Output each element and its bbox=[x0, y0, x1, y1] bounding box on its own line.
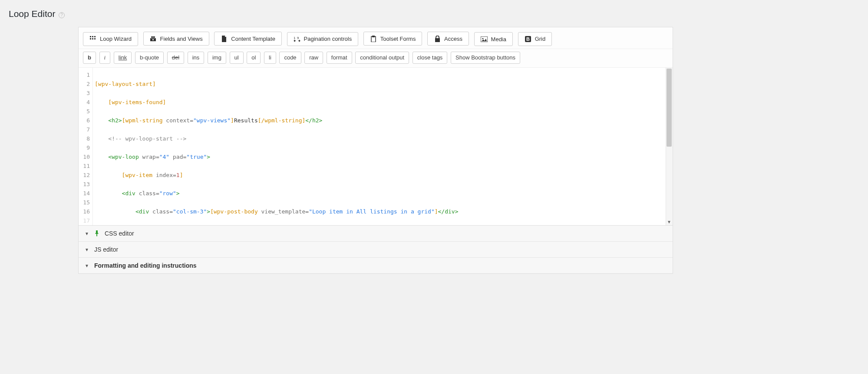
media-button[interactable]: Media bbox=[474, 32, 513, 46]
show-bootstrap-buttons-button[interactable]: Show Bootstrap buttons bbox=[451, 52, 520, 64]
code-editor[interactable]: 1 2 3 4 5 6 7 8 9 10 11 12 13 14 15 16 1… bbox=[79, 68, 673, 225]
chevron-down-icon: ▼ bbox=[85, 263, 89, 268]
code-button[interactable]: code bbox=[279, 52, 301, 64]
ul-button[interactable]: ul bbox=[230, 52, 244, 64]
conditional-output-button[interactable]: conditional output bbox=[355, 52, 409, 64]
svg-rect-4 bbox=[92, 38, 93, 39]
svg-rect-10 bbox=[372, 36, 375, 37]
raw-button[interactable]: raw bbox=[304, 52, 323, 64]
scroll-thumb[interactable] bbox=[667, 69, 672, 147]
toolbar-format: b i link b-quote del ins img ul ol li co… bbox=[79, 49, 673, 68]
chevron-down-icon: ▼ bbox=[85, 247, 89, 252]
ins-button[interactable]: ins bbox=[188, 52, 205, 64]
link-button[interactable]: link bbox=[114, 52, 132, 64]
help-icon[interactable]: ? bbox=[59, 12, 65, 18]
bquote-button[interactable]: b-quote bbox=[135, 52, 164, 64]
lock-icon bbox=[434, 35, 441, 42]
button-label: Content Template bbox=[231, 36, 275, 42]
ol-button[interactable]: ol bbox=[247, 52, 261, 64]
svg-rect-3 bbox=[90, 38, 91, 39]
button-label: Loop Wizard bbox=[100, 36, 132, 42]
svg-text:9: 9 bbox=[297, 36, 299, 40]
access-button[interactable]: Access bbox=[427, 32, 469, 46]
content-template-button[interactable]: Content Template bbox=[214, 32, 282, 46]
button-label: Pagination controls bbox=[304, 36, 352, 42]
toolbar-main: Loop Wizard Fields and Views Content Tem… bbox=[79, 27, 673, 49]
svg-rect-5 bbox=[94, 38, 96, 39]
svg-rect-1 bbox=[92, 36, 93, 37]
loop-wizard-button[interactable]: Loop Wizard bbox=[83, 32, 138, 46]
section-label: Formatting and editing instructions bbox=[94, 262, 197, 269]
svg-text:B: B bbox=[526, 36, 530, 42]
button-label: Fields and Views bbox=[160, 36, 203, 42]
section-label: CSS editor bbox=[105, 230, 134, 237]
format-button[interactable]: format bbox=[327, 52, 352, 64]
formatting-instructions-section[interactable]: ▼ Formatting and editing instructions bbox=[79, 258, 673, 273]
js-editor-section[interactable]: ▼ JS editor bbox=[79, 242, 673, 258]
bold-button[interactable]: b bbox=[83, 52, 96, 64]
grid-dots-icon bbox=[89, 36, 96, 43]
page-title: Loop Editor bbox=[9, 9, 55, 19]
button-label: Media bbox=[491, 36, 506, 43]
fields-and-views-button[interactable]: Fields and Views bbox=[143, 32, 209, 46]
svg-text:1: 1 bbox=[294, 36, 296, 40]
button-label: Toolset Forms bbox=[380, 36, 416, 42]
page-title-row: Loop Editor ? bbox=[9, 9, 673, 19]
pagination-controls-button[interactable]: 19 Pagination controls bbox=[287, 32, 359, 46]
css-editor-section[interactable]: ▼ CSS editor bbox=[79, 226, 673, 242]
clipboard-icon bbox=[370, 35, 377, 42]
svg-point-13 bbox=[482, 38, 483, 39]
img-button[interactable]: img bbox=[208, 52, 226, 64]
svg-rect-12 bbox=[481, 36, 488, 42]
bootstrap-icon: B bbox=[525, 36, 531, 43]
svg-rect-2 bbox=[94, 36, 96, 37]
accordion-group: ▼ CSS editor ▼ JS editor ▼ Formatting an… bbox=[79, 225, 673, 273]
button-label: Grid bbox=[535, 36, 546, 42]
del-button[interactable]: del bbox=[167, 52, 184, 64]
section-label: JS editor bbox=[94, 246, 118, 253]
scroll-down-icon[interactable]: ▼ bbox=[666, 218, 673, 225]
svg-rect-0 bbox=[90, 36, 91, 37]
code-body[interactable]: [wpv-layout-start] [wpv-items-found] <h2… bbox=[93, 68, 673, 219]
pagination-icon: 19 bbox=[294, 36, 300, 43]
toolset-forms-button[interactable]: Toolset Forms bbox=[363, 32, 422, 46]
views-icon bbox=[150, 35, 157, 42]
italic-button[interactable]: i bbox=[99, 52, 111, 64]
scrollbar[interactable]: ▼ bbox=[666, 68, 673, 225]
line-gutter: 1 2 3 4 5 6 7 8 9 10 11 12 13 14 15 16 1… bbox=[79, 68, 93, 225]
grid-button[interactable]: B Grid bbox=[518, 32, 552, 46]
document-icon bbox=[221, 35, 228, 42]
svg-point-6 bbox=[152, 39, 154, 40]
svg-rect-11 bbox=[435, 38, 440, 42]
image-icon bbox=[481, 36, 488, 43]
button-label: Access bbox=[444, 36, 462, 42]
li-button[interactable]: li bbox=[264, 52, 276, 64]
pin-icon bbox=[94, 230, 99, 236]
chevron-down-icon: ▼ bbox=[85, 231, 89, 236]
loop-editor-panel: Loop Wizard Fields and Views Content Tem… bbox=[78, 27, 673, 274]
close-tags-button[interactable]: close tags bbox=[413, 52, 448, 64]
